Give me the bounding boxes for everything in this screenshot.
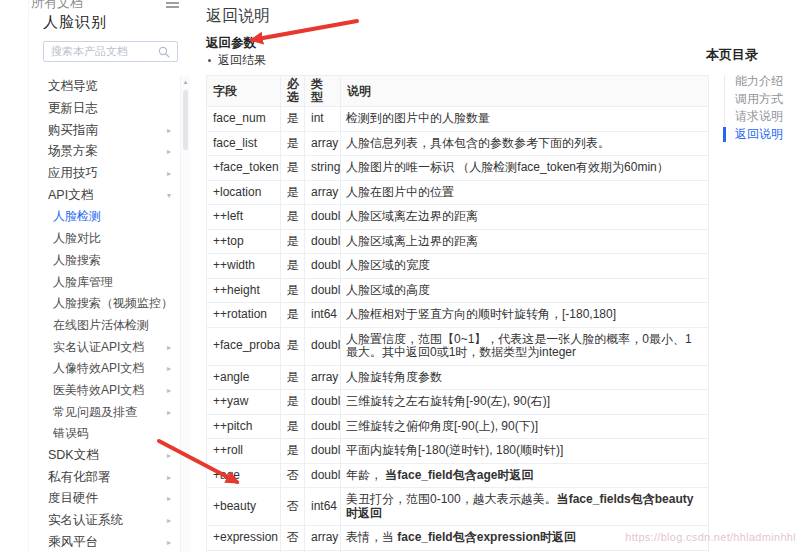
sidebar-item[interactable]: 应用技巧▸ [29,163,181,185]
cell-type: array [305,365,341,390]
sidebar-item[interactable]: 错误码 [29,423,181,445]
table-row: +beauty否int64美丑打分，范围0-100，越大表示越美。当face_f… [207,488,709,526]
sidebar-item[interactable]: 度目硬件▸ [29,488,181,510]
sidebar-item-label: 常见问题及排查 [53,404,137,421]
cell-type: double [305,327,341,365]
sidebar-item[interactable]: API文档▾ [29,184,181,206]
all-docs-link[interactable]: 所有文档 [31,0,83,12]
chevron-right-icon[interactable]: ▸ [167,343,171,352]
cell-field: ++yaw [207,390,281,415]
sidebar-item-label: 购买指南 [48,122,98,139]
cell-type: double [305,229,341,254]
sidebar-item-label: 乘风平台 [48,534,98,551]
cell-description: 人脸旋转角度参数 [341,365,709,390]
chevron-right-icon[interactable]: ▸ [167,386,171,395]
sidebar-item[interactable]: 实名认证API文档▸ [29,336,181,358]
cell-type: double [305,254,341,279]
chevron-right-icon[interactable]: ▸ [167,147,171,156]
cell-field: +beauty [207,488,281,526]
cell-required: 否 [281,488,305,526]
cell-required: 是 [281,390,305,415]
sidebar-item-label: 度目硬件 [48,490,98,507]
sidebar-item[interactable]: 人脸对比 [29,228,181,250]
table-row: ++left是double人脸区域离左边界的距离 [207,205,709,230]
toc-item[interactable]: 请求说明 [735,108,798,126]
cell-required: 否 [281,463,305,488]
sidebar-item[interactable]: 在线图片活体检测 [29,315,181,337]
cell-field: ++roll [207,439,281,464]
chevron-right-icon[interactable]: ▸ [167,126,171,135]
search-icon[interactable] [158,46,170,58]
cell-type: int64 [305,488,341,526]
toc-item-label: 调用方式 [735,91,783,108]
cell-field: +location [207,180,281,205]
cell-field: +angle [207,365,281,390]
table-header-cell: 类型 [305,76,341,107]
sidebar-item-label: 在线图片活体检测 [53,317,149,334]
sidebar-item[interactable]: 私有化部署▸ [29,466,181,488]
toc-item[interactable]: 返回说明 [735,126,798,144]
chevron-right-icon[interactable]: ▸ [167,494,171,503]
toc-item[interactable]: 调用方式 [735,91,798,109]
sidebar-item-label: SDK文档 [48,447,99,464]
search-input[interactable]: 搜索本产品文档 [43,41,178,62]
cell-type: double [305,278,341,303]
table-row: +face_token是string人脸图片的唯一标识 （人脸检测face_to… [207,156,709,181]
sidebar-item-label: 更新日志 [48,100,98,117]
sidebar-item[interactable]: 人像特效API文档▸ [29,358,181,380]
cell-type: int64 [305,303,341,328]
sidebar-item[interactable]: 人脸搜索 [29,250,181,272]
chevron-right-icon[interactable]: ▸ [167,473,171,482]
toc-active-indicator [723,127,726,143]
sidebar-item[interactable]: 文档导览 [29,76,181,98]
chevron-right-icon[interactable]: ▸ [167,169,171,178]
sidebar-item[interactable]: 人脸库管理 [29,271,181,293]
sidebar-item[interactable]: SDK文档▸ [29,445,181,467]
chevron-right-icon[interactable]: ▸ [167,408,171,417]
table-row: face_list是array人脸信息列表，具体包含的参数参考下面的列表。 [207,131,709,156]
toc-item[interactable]: 能力介绍 [735,73,798,91]
cell-type: int [305,107,341,132]
collapse-menu-icon[interactable] [166,0,179,8]
toc-items: 能力介绍调用方式请求说明返回说明 [706,73,798,143]
sidebar-item[interactable]: 乘风平台▸ [29,531,181,552]
sidebar-item[interactable]: 实名认证系统▸ [29,510,181,532]
cell-field: face_list [207,131,281,156]
sidebar-item[interactable]: 场景方案▸ [29,141,181,163]
sidebar-header: 所有文档 [31,0,179,12]
chevron-right-icon[interactable]: ▸ [167,364,171,373]
cell-field: ++height [207,278,281,303]
table-row: ++width是double人脸区域的宽度 [207,254,709,279]
toc-item-label: 请求说明 [735,108,783,125]
scroll-up-arrow-icon[interactable]: ▲ [181,79,190,85]
sidebar-item[interactable]: 医美特效API文档▸ [29,380,181,402]
cell-type: double [305,390,341,415]
search-placeholder: 搜索本产品文档 [51,44,128,59]
sidebar-item[interactable]: 人脸检测 [29,206,181,228]
scrollbar-thumb[interactable] [183,90,188,150]
bullet-label: 返回结果 [218,52,266,69]
sidebar-item-label: 人脸检测 [53,208,101,225]
chevron-right-icon[interactable]: ▸ [167,516,171,525]
cell-required: 是 [281,229,305,254]
bullet-item: 返回结果 [208,52,266,69]
chevron-right-icon[interactable]: ▸ [167,451,171,460]
cell-field: ++rotation [207,303,281,328]
chevron-right-icon[interactable]: ▸ [167,538,171,547]
cell-description: 人脸置信度，范围【0~1】，代表这是一张人脸的概率，0最小、1最大。其中返回0或… [341,327,709,365]
cell-description: 人脸区域的高度 [341,278,709,303]
sidebar-item[interactable]: 更新日志 [29,98,181,120]
sidebar-item[interactable]: 购买指南▸ [29,119,181,141]
table-row: +face_probability是double人脸置信度，范围【0~1】，代表… [207,327,709,365]
sidebar-item[interactable]: 常见问题及排查▸ [29,401,181,423]
chevron-down-icon[interactable]: ▾ [167,191,171,200]
product-title: 人脸识别 [43,13,107,32]
sidebar-scrollbar[interactable]: ▲ [180,76,190,552]
table-row: +location是array人脸在图片中的位置 [207,180,709,205]
sidebar-item[interactable]: 人脸搜索（视频监控） [29,293,181,315]
table-row: +age否double年龄， 当face_field包含age时返回 [207,463,709,488]
toc-title: 本页目录 [706,46,798,64]
cell-required: 是 [281,205,305,230]
cell-description: 人脸信息列表，具体包含的参数参考下面的列表。 [341,131,709,156]
cell-type: double [305,439,341,464]
